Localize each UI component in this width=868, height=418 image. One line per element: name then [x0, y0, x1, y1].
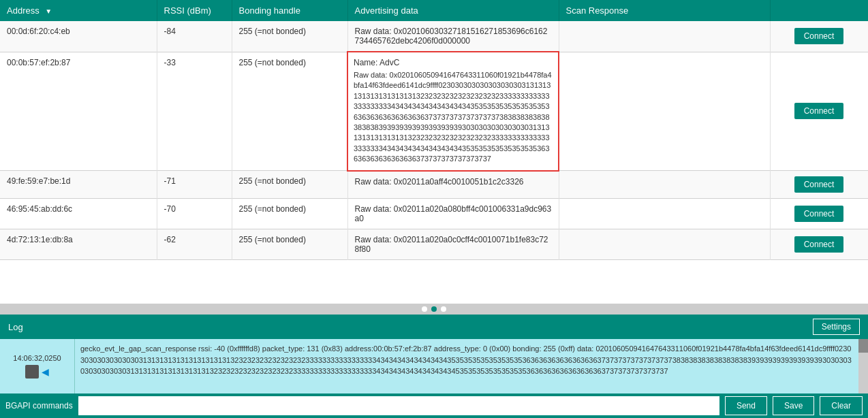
pagination-dot-3[interactable] — [441, 306, 446, 312]
cell-rssi: -71 — [157, 171, 232, 199]
cell-address: 46:95:45:ab:dd:6c — [0, 199, 157, 229]
cell-adv-data: Raw data: 0x02011a0aff4c0010051b1c2c3326 — [347, 171, 559, 199]
log-content-area: 14:06:32,0250 ◀ gecko_evt_le_gap_scan_re… — [0, 339, 868, 393]
connect-button[interactable]: Connect — [794, 236, 844, 253]
sort-icon: ▼ — [45, 7, 52, 15]
settings-button[interactable]: Settings — [813, 319, 860, 335]
cell-connect: Connect — [770, 52, 868, 171]
log-text: gecko_evt_le_gap_scan_response rssi: -40… — [75, 339, 858, 393]
connect-button[interactable]: Connect — [794, 176, 844, 193]
col-actions — [770, 0, 868, 21]
col-bonding: Bonding handle — [232, 0, 347, 21]
log-bar: Log Settings — [0, 315, 868, 339]
adv-raw-data: Raw data: 0x020106050941647643311060f019… — [354, 70, 553, 165]
pagination-dots — [0, 304, 868, 315]
connect-button[interactable]: Connect — [794, 28, 844, 44]
connect-button[interactable]: Connect — [794, 103, 844, 119]
cell-adv-data: Raw data: 0x02011a020a0c0cff4c0010071b1f… — [347, 229, 559, 260]
send-button[interactable]: Send — [725, 396, 767, 415]
log-timestamp: 14:06:32,0250 — [13, 354, 61, 362]
clear-button[interactable]: Clear — [820, 396, 863, 415]
cell-adv-data: Raw data: 0x020106030327181516271853696c… — [347, 21, 559, 52]
table-row: 49:fe:59:e7:be:1d -71 255 (=not bonded) … — [0, 171, 868, 199]
cell-address: 49:fe:59:e7:be:1d — [0, 171, 157, 199]
cell-scan-response — [559, 21, 770, 52]
cell-address: 00:0b:57:ef:2b:87 — [0, 52, 157, 171]
table-row: 4d:72:13:1e:db:8a -62 255 (=not bonded) … — [0, 229, 868, 260]
cell-bonding: 255 (=not bonded) — [232, 21, 347, 52]
col-address[interactable]: Address ▼ — [0, 0, 157, 21]
cell-bonding: 255 (=not bonded) — [232, 229, 347, 260]
cell-rssi: -33 — [157, 52, 232, 171]
log-scrollbar[interactable] — [858, 339, 868, 393]
cell-address: 4d:72:13:1e:db:8a — [0, 229, 157, 260]
table-row: 46:95:45:ab:dd:6c -70 255 (=not bonded) … — [0, 199, 868, 229]
cell-scan-response — [559, 199, 770, 229]
log-timestamp-block: 14:06:32,0250 ◀ — [0, 339, 75, 393]
cell-rssi: -84 — [157, 21, 232, 52]
cell-scan-response — [559, 52, 770, 171]
connect-button[interactable]: Connect — [794, 206, 844, 222]
cell-connect: Connect — [770, 171, 868, 199]
adv-name: Name: AdvC — [354, 58, 553, 67]
cell-bonding: 255 (=not bonded) — [232, 171, 347, 199]
cell-address: 00:0d:6f:20:c4:eb — [0, 21, 157, 52]
log-label: Log — [8, 322, 23, 332]
cell-rssi: -70 — [157, 199, 232, 229]
pagination-dot-2[interactable] — [431, 306, 437, 312]
command-bar: BGAPI commands Send Save Clear — [0, 393, 868, 418]
pagination-dot-1[interactable] — [422, 306, 427, 312]
table-header-row: Address ▼ RSSI (dBm) Bonding handle Adve… — [0, 0, 868, 21]
cell-scan-response — [559, 229, 770, 260]
scan-results-table: Address ▼ RSSI (dBm) Bonding handle Adve… — [0, 0, 868, 260]
save-button[interactable]: Save — [773, 396, 814, 415]
cell-adv-data: Raw data: 0x02011a020a080bff4c001006331a… — [347, 199, 559, 229]
table-row: 00:0d:6f:20:c4:eb -84 255 (=not bonded) … — [0, 21, 868, 52]
log-device-icon — [25, 365, 39, 379]
cell-connect: Connect — [770, 229, 868, 260]
col-adv-data: Advertising data — [347, 0, 559, 21]
bgapi-label: BGAPI commands — [5, 401, 73, 411]
log-scrollbar-thumb — [858, 339, 868, 353]
cell-scan-response — [559, 171, 770, 199]
col-scan-response: Scan Response — [559, 0, 770, 21]
command-input[interactable] — [78, 396, 719, 415]
cell-bonding: 255 (=not bonded) — [232, 52, 347, 171]
log-arrow-icon: ◀ — [42, 366, 49, 377]
cell-connect: Connect — [770, 199, 868, 229]
cell-connect: Connect — [770, 21, 868, 52]
cell-adv-data-highlighted: Name: AdvC Raw data: 0x02010605094164764… — [347, 52, 559, 171]
cell-rssi: -62 — [157, 229, 232, 260]
col-rssi: RSSI (dBm) — [157, 0, 232, 21]
table-row: 00:0b:57:ef:2b:87 -33 255 (=not bonded) … — [0, 52, 868, 171]
cell-bonding: 255 (=not bonded) — [232, 199, 347, 229]
scan-results-table-container: Address ▼ RSSI (dBm) Bonding handle Adve… — [0, 0, 868, 304]
